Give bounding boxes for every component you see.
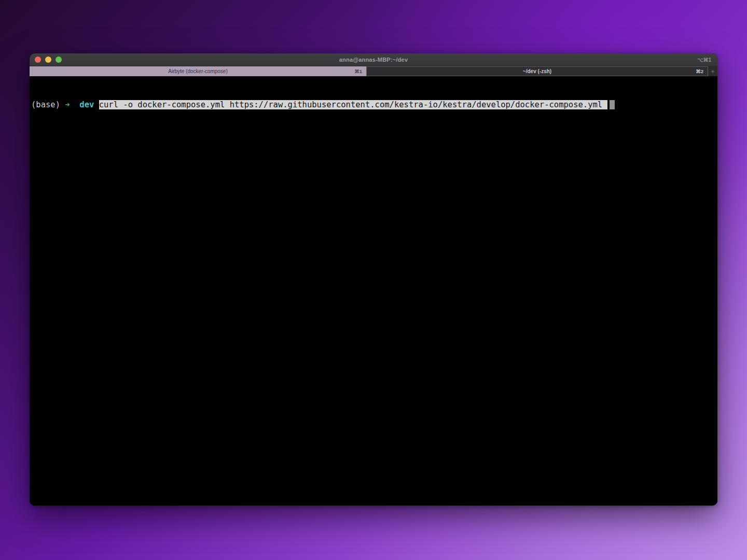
minimize-button[interactable] bbox=[45, 57, 51, 63]
tab-label: ~/dev (-zsh) bbox=[367, 68, 708, 74]
desktop: { "window": { "title": "anna@annas-MBP:~… bbox=[0, 0, 747, 560]
terminal-cursor bbox=[610, 100, 615, 109]
prompt-arrow: ➜ bbox=[65, 100, 70, 109]
window-shortcut-hint: ⌥⌘1 bbox=[697, 57, 711, 63]
window-title: anna@annas-MBP:~/dev bbox=[30, 57, 717, 63]
zoom-button[interactable] bbox=[56, 57, 62, 63]
tab-shortcut-hint: ⌘1 bbox=[354, 68, 362, 74]
terminal-screen[interactable]: (base) ➜ dev curl -o docker-compose.yml … bbox=[30, 76, 717, 506]
prompt-env: (base) bbox=[31, 100, 65, 109]
new-tab-button[interactable]: + bbox=[708, 66, 717, 76]
prompt-line: (base) ➜ dev curl -o docker-compose.yml … bbox=[31, 100, 716, 110]
close-button[interactable] bbox=[35, 57, 41, 63]
command-text-highlighted: curl -o docker-compose.yml https://raw.g… bbox=[99, 100, 607, 109]
tab-airbyte-docker-compose[interactable]: Airbyte (docker-compose) ⌘1 bbox=[30, 66, 366, 76]
tab-shortcut-hint: ⌘2 bbox=[696, 68, 703, 74]
terminal-window: anna@annas-MBP:~/dev ⌥⌘1 Airbyte (docker… bbox=[30, 53, 717, 506]
tab-label: Airbyte (docker-compose) bbox=[30, 68, 366, 74]
traffic-lights bbox=[30, 57, 62, 63]
tab-dev-zsh[interactable]: ~/dev (-zsh) ⌘2 bbox=[366, 66, 708, 76]
prompt-directory: dev bbox=[70, 100, 99, 109]
window-titlebar[interactable]: anna@annas-MBP:~/dev ⌥⌘1 bbox=[30, 53, 717, 66]
tab-bar: Airbyte (docker-compose) ⌘1 ~/dev (-zsh)… bbox=[30, 66, 717, 76]
